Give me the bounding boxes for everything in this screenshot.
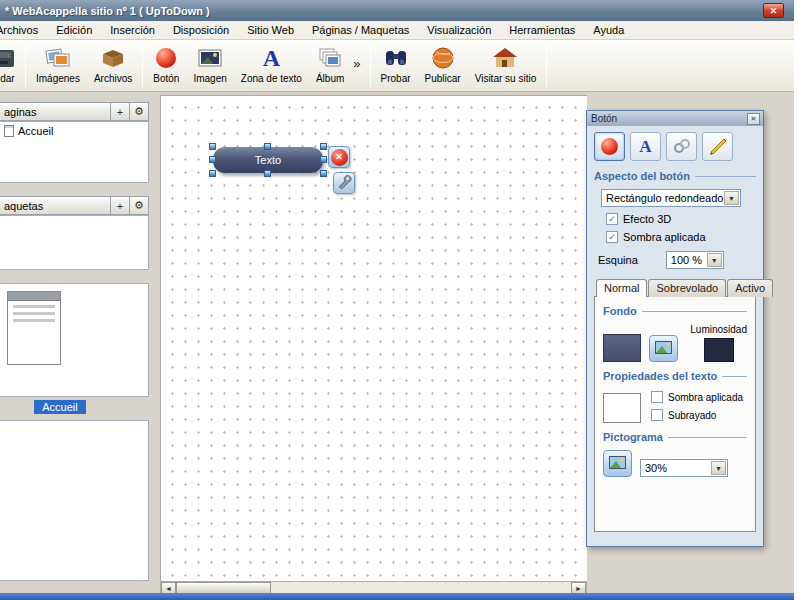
plus-icon: + xyxy=(117,106,123,118)
menu-paginas-maquetas[interactable]: Páginas / Maquetas xyxy=(303,22,418,38)
toolbar-boton-button[interactable]: Botón xyxy=(146,42,186,91)
delete-element-button[interactable]: ✕ xyxy=(328,146,350,168)
scroll-left-icon: ◄ xyxy=(165,585,172,592)
wrench-icon xyxy=(336,174,352,192)
window-title: * WebAcappella sitio nº 1 ( UpToDown ) xyxy=(5,5,210,17)
scroll-right-icon: ► xyxy=(575,585,582,592)
toolbar-imagen-button[interactable]: Imagen xyxy=(186,42,233,91)
gear-icon: ⚙ xyxy=(134,105,144,118)
tab-sobrevolado[interactable]: Sobrevolado xyxy=(648,279,726,297)
pages-panel-header: aginas + ⚙ xyxy=(0,102,149,121)
panel-tool-row: A xyxy=(594,132,756,161)
page-list-item[interactable]: Accueil xyxy=(0,122,148,140)
toolbar-album-button[interactable]: Álbum xyxy=(309,42,351,91)
pages-settings-button[interactable]: ⚙ xyxy=(130,102,149,121)
menu-bar: Archivos Edición Inserción Disposición S… xyxy=(0,21,800,40)
toolbar-visitar-button[interactable]: Visitar su sitio xyxy=(468,42,544,91)
link-mode-button[interactable] xyxy=(666,132,697,161)
design-canvas[interactable]: Texto ✕ xyxy=(160,95,587,581)
panel-close-button[interactable]: ✕ xyxy=(747,113,760,125)
tab-normal[interactable]: Normal xyxy=(596,279,647,297)
layouts-panel-title: aquetas xyxy=(0,196,111,215)
selection-handle[interactable] xyxy=(320,143,327,150)
style-mode-button[interactable] xyxy=(702,132,733,161)
toolbar-label: ardar xyxy=(0,73,15,84)
toolbar-overflow-button[interactable]: » xyxy=(351,42,366,71)
canvas-button-label: Texto xyxy=(255,154,281,166)
layouts-settings-button[interactable]: ⚙ xyxy=(130,196,149,215)
toolbar-publicar-button[interactable]: Publicar xyxy=(418,42,468,91)
selection-handle[interactable] xyxy=(209,143,216,150)
state-tabs: Normal Sobrevolado Activo xyxy=(594,279,756,297)
plus-icon: + xyxy=(117,200,123,212)
main-toolbar: ardar Imágenes Archivos Botón Imagen A Z… xyxy=(0,40,800,92)
toolbar-label: Zona de texto xyxy=(241,73,302,84)
title-bar[interactable]: * WebAcappella sitio nº 1 ( UpToDown ) xyxy=(0,0,800,21)
menu-visualizacion[interactable]: Visualización xyxy=(418,22,500,38)
corner-select-value: 100 % xyxy=(671,254,702,266)
canvas-selected-button[interactable]: Texto xyxy=(213,147,323,173)
tab-activo[interactable]: Activo xyxy=(727,279,773,297)
toolbar-label: Visitar su sitio xyxy=(475,73,537,84)
toolbar-imagenes-button[interactable]: Imágenes xyxy=(29,42,87,91)
text-shadow-checkbox[interactable]: Sombra aplicada xyxy=(651,391,743,403)
image-icon xyxy=(197,45,223,71)
button-mode-button[interactable] xyxy=(594,132,625,161)
text-color-swatch[interactable] xyxy=(603,393,641,423)
dropdown-arrow-icon: ▼ xyxy=(707,253,722,267)
menu-sitio-web[interactable]: Sitio Web xyxy=(238,22,303,38)
luminosity-swatch[interactable] xyxy=(704,338,734,362)
toolbar-separator xyxy=(370,46,371,87)
background-image-button[interactable] xyxy=(649,335,678,362)
selection-handle[interactable] xyxy=(209,156,216,163)
shadow-checkbox[interactable]: ✓ Sombra aplicada xyxy=(606,231,756,243)
menu-ayuda[interactable]: Ayuda xyxy=(584,22,633,38)
close-button[interactable]: ✕ xyxy=(763,3,784,18)
toolbar-separator xyxy=(142,46,143,87)
toolbar-label: Botón xyxy=(153,73,179,84)
toolbar-label: Imagen xyxy=(193,73,226,84)
menu-disposicion[interactable]: Disposición xyxy=(164,22,238,38)
add-layout-button[interactable]: + xyxy=(111,196,130,215)
shape-select-value: Rectángulo redondeado xyxy=(606,192,723,204)
toolbar-zona-texto-button[interactable]: A Zona de texto xyxy=(234,42,309,91)
button-properties-panel: Botón ✕ A Aspecto del botón Rectángulo r… xyxy=(586,110,764,547)
shape-select[interactable]: Rectángulo redondeado ▼ xyxy=(601,189,741,207)
add-page-button[interactable]: + xyxy=(111,102,130,121)
checkbox-box xyxy=(651,409,663,421)
menu-edicion[interactable]: Edición xyxy=(47,22,101,38)
menu-archivos[interactable]: Archivos xyxy=(0,22,47,38)
menu-herramientas[interactable]: Herramientas xyxy=(500,22,584,38)
toolbar-separator xyxy=(546,46,547,87)
panel-title-bar[interactable]: Botón ✕ xyxy=(587,111,763,126)
text-mode-button[interactable]: A xyxy=(630,132,661,161)
layout-caption[interactable]: Accueil xyxy=(0,401,120,413)
pictogram-image-button[interactable] xyxy=(603,450,632,477)
pictogram-row: 30% ▼ xyxy=(603,450,747,477)
toolbar-archivos-button[interactable]: Archivos xyxy=(87,42,139,91)
close-icon: ✕ xyxy=(751,115,757,123)
pictogram-size-select[interactable]: 30% ▼ xyxy=(640,459,728,477)
selection-handle[interactable] xyxy=(320,170,327,177)
edit-element-button[interactable] xyxy=(333,172,355,194)
layout-caption-label: Accueil xyxy=(34,400,85,414)
selection-handle[interactable] xyxy=(320,156,327,163)
selection-handle[interactable] xyxy=(264,143,271,150)
dropdown-arrow-icon: ▼ xyxy=(711,461,726,475)
layout-thumbnail[interactable] xyxy=(7,291,61,365)
selection-handle[interactable] xyxy=(209,170,216,177)
background-color-swatch[interactable] xyxy=(603,334,641,362)
binoculars-icon xyxy=(383,45,409,71)
toolbar-guardar-button[interactable]: ardar xyxy=(0,42,22,91)
toolbar-probar-button[interactable]: Probar xyxy=(374,42,418,91)
brush-icon xyxy=(708,137,728,157)
selection-handle[interactable] xyxy=(264,170,271,177)
effect3d-checkbox[interactable]: ✓ Efecto 3D xyxy=(606,213,756,225)
menu-insercion[interactable]: Inserción xyxy=(101,22,164,38)
thumbnail-line xyxy=(13,312,55,315)
layouts-list[interactable] xyxy=(0,215,149,270)
underline-checkbox[interactable]: Subrayado xyxy=(651,409,743,421)
corner-select[interactable]: 100 % ▼ xyxy=(666,251,724,269)
button-mode-icon xyxy=(601,138,618,155)
thumbnail-line xyxy=(13,319,55,322)
